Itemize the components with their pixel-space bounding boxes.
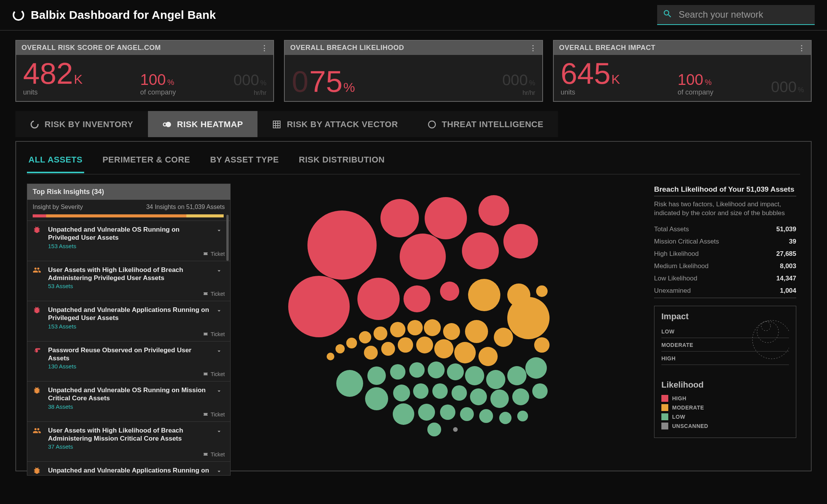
- insight-item[interactable]: Unpatched and Vulnerable OS Running on M…: [27, 381, 230, 422]
- ticket-button[interactable]: Ticket: [48, 251, 225, 257]
- insight-item[interactable]: Unpatched and Vulnerable Applications Ru…: [27, 301, 230, 342]
- bubble[interactable]: [390, 364, 405, 380]
- bubble[interactable]: [390, 322, 405, 337]
- bubble[interactable]: [336, 370, 363, 397]
- bubble[interactable]: [335, 344, 345, 353]
- bubble[interactable]: [346, 338, 357, 348]
- bubble[interactable]: [512, 388, 529, 405]
- bubble[interactable]: [454, 342, 476, 363]
- bubble[interactable]: [381, 342, 395, 356]
- bubble[interactable]: [380, 199, 419, 237]
- bubble[interactable]: [440, 282, 459, 301]
- insight-item[interactable]: User Assets with High Likelihood of Brea…: [27, 261, 230, 302]
- tab-threat-intel[interactable]: THREAT INTELLIGENCE: [413, 111, 558, 137]
- subtab-perimeter-core[interactable]: PERIMETER & CORE: [101, 151, 192, 173]
- search-input[interactable]: [679, 9, 809, 20]
- bubble[interactable]: [499, 412, 511, 424]
- chevron-down-icon[interactable]: [213, 266, 225, 290]
- bubble[interactable]: [357, 278, 400, 320]
- chevron-down-icon[interactable]: [213, 386, 225, 410]
- bubble-chart[interactable]: [238, 184, 646, 476]
- bubble[interactable]: [517, 411, 528, 421]
- ticket-button[interactable]: Ticket: [48, 451, 225, 458]
- bubble[interactable]: [365, 387, 388, 410]
- bubble[interactable]: [432, 383, 448, 399]
- metric-card-breach-impact[interactable]: OVERALL BREACH IMPACT ⋮ 645K units 100% …: [553, 40, 812, 102]
- insight-item[interactable]: Password Reuse Observed on Privileged Us…: [27, 342, 230, 382]
- chevron-down-icon[interactable]: [213, 426, 225, 450]
- bubble[interactable]: [486, 370, 505, 389]
- tab-risk-attack-vector[interactable]: RISK BY ATTACK VECTOR: [257, 111, 412, 137]
- bubble[interactable]: [468, 279, 500, 311]
- bubble[interactable]: [447, 363, 464, 380]
- bubble[interactable]: [452, 385, 467, 401]
- bubble[interactable]: [428, 361, 445, 378]
- bubble[interactable]: [413, 383, 428, 399]
- tab-risk-heatmap[interactable]: RISK HEATMAP: [148, 111, 258, 137]
- bubble[interactable]: [427, 423, 441, 436]
- bubble[interactable]: [359, 331, 371, 343]
- chevron-down-icon[interactable]: [213, 306, 225, 330]
- bubble[interactable]: [393, 385, 410, 401]
- ticket-button[interactable]: Ticket: [48, 291, 225, 297]
- kebab-icon[interactable]: ⋮: [798, 45, 805, 51]
- bubble[interactable]: [460, 407, 474, 421]
- bubble[interactable]: [478, 347, 498, 366]
- metric-card-breach-likelihood[interactable]: OVERALL BREACH LIKELIHOOD ⋮ 075% 000%: [284, 40, 543, 102]
- bubble[interactable]: [393, 403, 414, 425]
- ticket-button[interactable]: Ticket: [48, 371, 225, 377]
- bubble[interactable]: [465, 366, 484, 385]
- metric-card-risk-score[interactable]: OVERALL RISK SCORE OF ANGEL.COM ⋮ 482K u…: [15, 40, 274, 102]
- subtab-all-assets[interactable]: ALL ASSETS: [27, 151, 84, 173]
- subtab-risk-distribution[interactable]: RISK DISTRIBUTION: [297, 151, 387, 173]
- insight-list[interactable]: Unpatched and Vulnerable OS Running on P…: [27, 220, 230, 475]
- bubble[interactable]: [462, 232, 499, 269]
- bubble[interactable]: [453, 427, 458, 432]
- bubble[interactable]: [398, 337, 413, 353]
- bubble[interactable]: [479, 409, 493, 423]
- bubble[interactable]: [307, 211, 377, 280]
- bubble[interactable]: [478, 195, 509, 226]
- bubble[interactable]: [288, 276, 350, 337]
- bubble[interactable]: [440, 405, 455, 420]
- bubble[interactable]: [434, 339, 453, 358]
- bubble[interactable]: [367, 366, 386, 385]
- bubble[interactable]: [327, 353, 334, 360]
- bubble[interactable]: [507, 297, 550, 339]
- insight-item[interactable]: Unpatched and Vulnerable Applications Ru…: [27, 462, 230, 475]
- subtab-by-asset-type[interactable]: BY ASSET TYPE: [209, 151, 281, 173]
- ticket-button[interactable]: Ticket: [48, 411, 225, 418]
- insight-item[interactable]: User Assets with High Likelihood of Brea…: [27, 422, 230, 462]
- insight-item[interactable]: Unpatched and Vulnerable OS Running on P…: [27, 221, 230, 261]
- kebab-icon[interactable]: ⋮: [530, 45, 537, 51]
- bubble[interactable]: [407, 320, 423, 335]
- bubble[interactable]: [364, 346, 378, 360]
- bubble[interactable]: [525, 357, 547, 379]
- bubble[interactable]: [400, 234, 446, 280]
- scrollbar[interactable]: [226, 215, 229, 261]
- search-box[interactable]: [657, 5, 815, 25]
- ticket-button[interactable]: Ticket: [48, 331, 225, 337]
- bubble[interactable]: [507, 366, 526, 385]
- bubble[interactable]: [424, 319, 441, 336]
- bubble[interactable]: [494, 328, 513, 347]
- bubble[interactable]: [490, 390, 509, 408]
- bubble[interactable]: [470, 388, 487, 405]
- bubble[interactable]: [416, 337, 433, 353]
- bubble[interactable]: [425, 197, 467, 239]
- bubble[interactable]: [374, 327, 387, 340]
- bubble[interactable]: [443, 323, 460, 340]
- bubble[interactable]: [404, 285, 430, 312]
- bubble[interactable]: [418, 404, 435, 421]
- bubble[interactable]: [465, 320, 488, 343]
- kebab-icon[interactable]: ⋮: [261, 45, 268, 51]
- bubble[interactable]: [536, 285, 548, 297]
- chevron-down-icon[interactable]: [213, 346, 225, 370]
- chevron-down-icon[interactable]: [213, 466, 225, 475]
- bubble[interactable]: [503, 224, 538, 259]
- bubble[interactable]: [534, 337, 550, 353]
- bubble[interactable]: [409, 362, 425, 378]
- tab-risk-inventory[interactable]: RISK BY INVENTORY: [15, 111, 148, 137]
- bubble[interactable]: [532, 383, 548, 399]
- chevron-down-icon[interactable]: [213, 225, 225, 249]
